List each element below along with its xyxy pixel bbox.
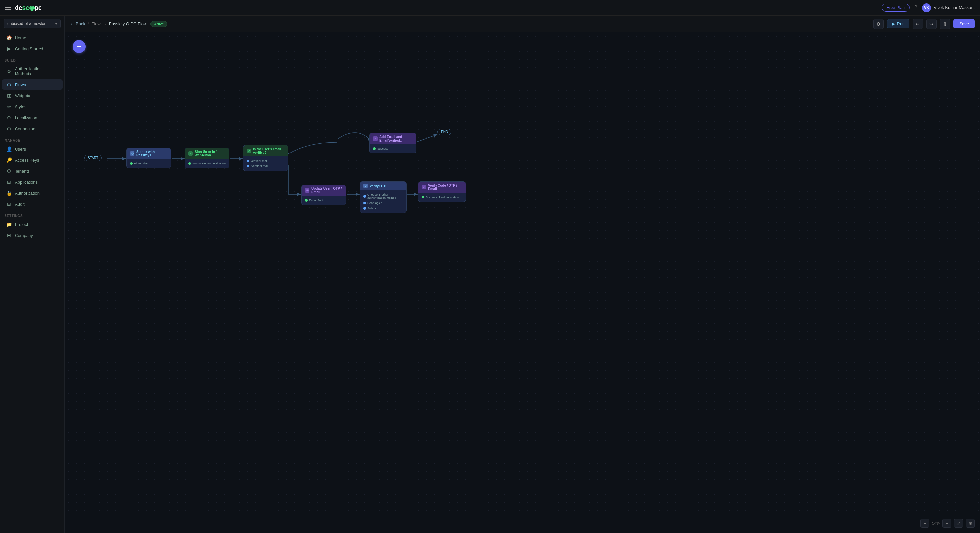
output-label: Successful authentication [192, 162, 226, 165]
sidebar-item-styles[interactable]: ✏ Styles [2, 102, 62, 112]
sign-up-webauthn-node[interactable]: ✓ Sign Up or In / WebAuthn Successful au… [185, 148, 229, 168]
flow-actions: ⚙ ▶ Run ↩ ↪ ⇅ Save [873, 19, 975, 29]
sidebar-item-users[interactable]: 👤 Users [2, 144, 62, 154]
status-badge: Active [150, 21, 167, 27]
node-body: Successful authentication [185, 159, 229, 168]
sidebar-item-access-keys[interactable]: 🔑 Access Keys [2, 155, 62, 165]
update-user-node[interactable]: ✉ Update User / OTP / Email Email Sent [301, 185, 346, 205]
styles-icon: ✏ [6, 104, 12, 109]
redo-button[interactable]: ↪ [926, 19, 937, 29]
node-icon: ✓ [422, 185, 426, 189]
workspace-selector: unbiased-olive-newton ▾ [0, 16, 65, 32]
output-label: verifiedEmail [251, 159, 268, 163]
sidebar-item-widgets[interactable]: ▦ Widgets [2, 90, 62, 101]
auth-icon: ⚙ [6, 69, 12, 74]
node-icon: ✉ [305, 188, 310, 193]
zoom-in-button[interactable]: + [942, 519, 951, 528]
breadcrumb: ← Back / Flows / Passkey OIDC Flow Activ… [70, 21, 167, 27]
node-icon: ⬡ [130, 151, 135, 156]
hamburger-menu[interactable] [5, 5, 11, 10]
email-verified-node[interactable]: ✓ Is the user's email verified? verified… [243, 145, 288, 171]
sidebar-item-connectors[interactable]: ⬡ Connectors [2, 124, 62, 134]
connectors-icon: ⬡ [6, 126, 12, 131]
output-dot [363, 207, 366, 209]
sidebar-item-tenants[interactable]: ⬡ Tenants [2, 166, 62, 176]
chevron-down-icon: ▾ [56, 22, 57, 25]
back-label: Back [76, 21, 85, 26]
start-node: START [84, 155, 102, 161]
back-button[interactable]: ← Back [70, 21, 85, 26]
undo-button[interactable]: ↩ [913, 19, 923, 29]
node-body: Biometrics [127, 159, 171, 168]
widgets-icon: ▦ [6, 93, 12, 98]
add-email-node[interactable]: + Add Email and EmailVerified... Success [369, 133, 417, 154]
node-header: ✓ Verify Code / OTP / Email [418, 182, 466, 193]
flows-icon: ⬡ [6, 82, 12, 87]
run-label: Run [897, 21, 905, 26]
add-node-button[interactable]: + [73, 40, 86, 53]
sidebar-item-authorization[interactable]: 🔒 Authorization [2, 188, 62, 198]
users-icon: 👤 [6, 146, 12, 152]
sidebar-item-label: Authorization [15, 191, 40, 195]
output-label: Biometrics [134, 162, 148, 165]
node-header: ✓ Verify OTP [360, 182, 406, 190]
sidebar-item-authentication-methods[interactable]: ⚙ Authentication Methods [2, 64, 62, 79]
run-button[interactable]: ▶ Run [887, 19, 910, 29]
output-label: Submit [368, 206, 377, 210]
sidebar-item-label: Home [15, 35, 26, 40]
node-title: Sign in with Passkeys [137, 150, 167, 157]
output-dot [422, 196, 424, 198]
node-title: Verify OTP [370, 184, 386, 188]
free-plan-badge[interactable]: Free Plan [882, 3, 910, 12]
fit-view-button[interactable]: ⤢ [954, 519, 963, 528]
sidebar-item-flows[interactable]: ⬡ Flows [2, 79, 62, 90]
minimap-button[interactable]: ⊞ [966, 519, 975, 528]
help-icon[interactable]: ? [914, 4, 918, 11]
settings-icon-button[interactable]: ⚙ [873, 19, 884, 29]
node-icon: ✓ [363, 184, 368, 188]
app-logo: desc◉pe [15, 4, 41, 12]
back-arrow-icon: ← [70, 21, 74, 26]
sidebar-item-company[interactable]: ⊟ Company [2, 230, 62, 241]
node-title: Sign Up or In / WebAuthn [195, 150, 226, 157]
output-label: Send again [368, 201, 382, 205]
verify-otp-node[interactable]: ✓ Verify OTP Choose another authenticati… [360, 181, 407, 213]
localization-icon: ⊕ [6, 115, 12, 120]
output-label: Successful authentication [426, 195, 459, 199]
workspace-button[interactable]: unbiased-olive-newton ▾ [4, 19, 60, 29]
sidebar-item-getting-started[interactable]: ▶ Getting Started [2, 43, 62, 54]
sidebar-item-label: Connectors [15, 126, 36, 131]
node-title: Is the user's email verified? [253, 148, 285, 154]
node-header: ✓ Sign Up or In / WebAuthn [185, 148, 229, 159]
sidebar-item-label: Localization [15, 115, 37, 120]
output-label: Email Sent [309, 199, 323, 202]
node-body: Choose another authentication method Sen… [360, 190, 406, 213]
output-dot [247, 160, 249, 162]
zoom-out-button[interactable]: − [920, 519, 929, 528]
save-button[interactable]: Save [953, 19, 975, 29]
topbar-left: desc◉pe [5, 4, 41, 12]
sidebar-item-localization[interactable]: ⊕ Localization [2, 113, 62, 123]
sidebar-item-label: Company [15, 233, 33, 238]
node-title: Add Email and EmailVerified... [380, 135, 413, 142]
tenants-icon: ⬡ [6, 168, 12, 174]
svg-line-4 [415, 134, 438, 143]
node-output: Successful authentication [422, 195, 463, 200]
output-dot [373, 148, 375, 150]
start-label: START [84, 155, 102, 161]
node-body: Email Sent [302, 196, 346, 205]
flow-canvas[interactable]: + [65, 32, 980, 533]
end-label: END [438, 129, 452, 135]
sidebar-item-audit[interactable]: ⊟ Audit [2, 199, 62, 209]
sidebar-item-home[interactable]: 🏠 Home [2, 32, 62, 43]
sidebar-item-applications[interactable]: ⊞ Applications [2, 177, 62, 187]
node-output: Biometrics [130, 161, 167, 166]
sidebar-item-label: Flows [15, 82, 26, 87]
node-header: ✉ Update User / OTP / Email [302, 185, 346, 196]
verify-code-node[interactable]: ✓ Verify Code / OTP / Email Successful a… [418, 181, 466, 202]
arrange-button[interactable]: ⇅ [940, 19, 950, 29]
sidebar-item-project[interactable]: 📁 Project [2, 219, 62, 230]
sign-in-passkeys-node[interactable]: ⬡ Sign in with Passkeys Biometrics [126, 148, 171, 168]
company-icon: ⊟ [6, 233, 12, 238]
node-output: Email Sent [305, 198, 342, 203]
